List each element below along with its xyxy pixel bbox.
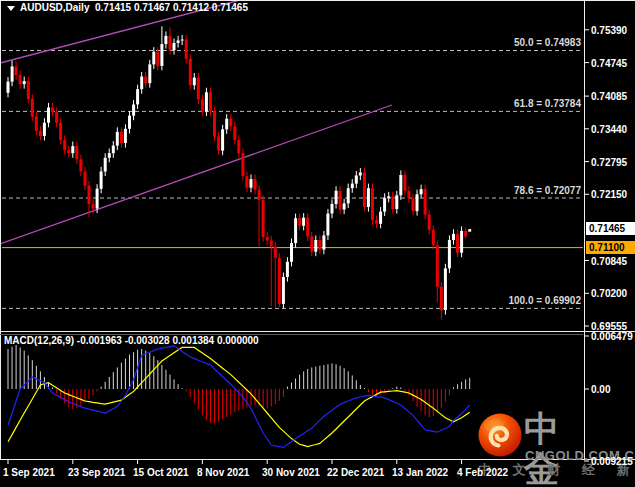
price-axis-label: 0.74745 [591,58,627,69]
chart-symbol: AUDUSD,Daily [20,2,89,13]
chart-ohlc-readout: 0.71415 0.71467 0.71412 0.71465 [95,2,248,13]
price-axis-label: 0.73440 [591,124,627,135]
price-axis-label: 0.72795 [591,157,627,168]
price-axis-label: 0.70200 [591,288,627,299]
mt4-chart-window: 中金网 CNGOLD.COM.CN 中 文 财 经 新 媒 体 AUDUSD,D… [0,0,635,487]
time-axis-label: 30 Nov 2021 [262,467,320,478]
main-pane[interactable] [2,14,583,330]
last-price-tag: 0.71465 [586,222,635,235]
time-axis-label: 4 Feb 2022 [457,467,508,478]
macd-axis-label: 0.009215 [591,456,633,467]
time-axis-label: 1 Sep 2021 [3,467,55,478]
macd-axis-label: 0.006479 [591,331,633,342]
chart-menu-arrow-icon[interactable] [7,6,15,11]
time-axis-label: 8 Nov 2021 [197,467,249,478]
time-axis-label: 23 Sep 2021 [68,467,125,478]
price-axis-label: 0.75390 [591,25,627,36]
price-axis-label: 0.70845 [591,256,627,267]
price-axis-label: 0.72150 [591,189,627,200]
time-axis-label: 15 Oct 2021 [133,467,189,478]
time-axis-label: 13 Jan 2022 [392,467,448,478]
macd-axis-label: 0.00 [591,384,610,395]
price-axis-label: 0.74085 [591,91,627,102]
hline-price-tag: 0.71100 [586,241,635,254]
chart-title: AUDUSD,Daily 0.71415 0.71467 0.71412 0.7… [20,2,248,13]
time-axis-label: 22 Dec 2021 [327,467,384,478]
macd-pane[interactable] [2,336,583,458]
